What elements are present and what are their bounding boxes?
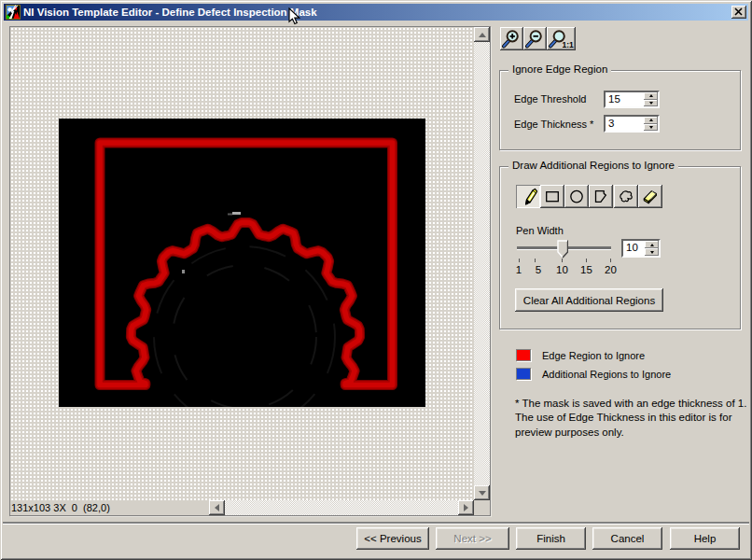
svg-text:1:1: 1:1 (563, 40, 575, 49)
